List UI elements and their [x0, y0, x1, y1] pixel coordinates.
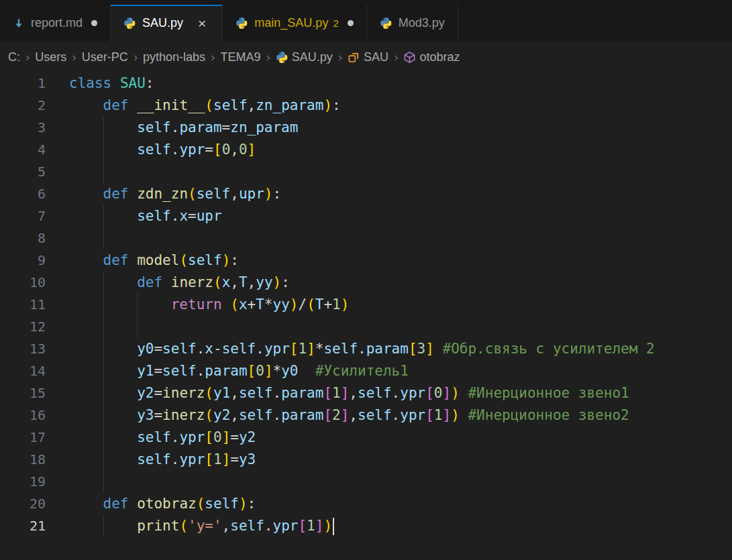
- breadcrumb-label: otobraz: [419, 50, 460, 64]
- tab-report-md[interactable]: report.md: [0, 5, 111, 42]
- close-icon[interactable]: ×: [195, 15, 209, 31]
- code-line-content[interactable]: def otobraz(self):: [69, 493, 732, 515]
- code-line-content[interactable]: def zdn_zn(self,upr):: [69, 183, 732, 205]
- code-line[interactable]: 14 y1=self.param[0]*y0 #Усилитель1: [0, 360, 732, 382]
- code-line-content[interactable]: [69, 227, 732, 249]
- code-token: self: [358, 385, 392, 401]
- code-token: ypr: [179, 429, 205, 445]
- code-token: [434, 341, 443, 357]
- code-line[interactable]: 17 self.ypr[0]=y2: [0, 427, 732, 449]
- code-token: self: [230, 518, 264, 534]
- code-line-content[interactable]: [69, 471, 732, 493]
- code-line[interactable]: 9 def model(self):: [0, 249, 732, 272]
- breadcrumb-item-sau[interactable]: SAU: [346, 50, 390, 64]
- breadcrumb-separator-icon: ›: [338, 50, 342, 64]
- code-line[interactable]: 18 self.ypr[1]=y3: [0, 449, 732, 471]
- code-line[interactable]: 12: [0, 316, 732, 338]
- code-token: [: [425, 385, 434, 401]
- code-line[interactable]: 4 self.ypr=[0,0]: [0, 139, 732, 161]
- code-line[interactable]: 21 print('y=',self.ypr[1]): [0, 515, 732, 537]
- indent-guide: [103, 294, 104, 316]
- breadcrumb-item-users[interactable]: Users: [34, 50, 68, 64]
- code-token: x: [239, 296, 248, 313]
- breadcrumb-item-python-labs[interactable]: python-labs: [142, 50, 207, 64]
- code-line-content[interactable]: class SAU:: [69, 72, 732, 95]
- code-line[interactable]: 20 def otobraz(self):: [0, 493, 732, 515]
- code-token: =: [154, 407, 162, 423]
- code-token: ,: [230, 274, 239, 290]
- code-line[interactable]: 11 return (x+T*yy)/(T+1): [0, 294, 732, 316]
- code-token: zn_param: [230, 119, 298, 135]
- code-token: ): [451, 385, 460, 401]
- code-line[interactable]: 5: [0, 161, 732, 183]
- code-token: __init__: [137, 97, 205, 113]
- code-line-content[interactable]: def inerz(x,T,yy):: [69, 272, 732, 294]
- code-line-content[interactable]: [69, 161, 732, 183]
- code-token: ): [451, 407, 460, 423]
- code-token: ]: [443, 385, 452, 401]
- code-token: self: [162, 363, 197, 379]
- code-token: [298, 363, 315, 379]
- code-line[interactable]: 2 def __init__(self,zn_param):: [0, 95, 732, 117]
- code-token: ): [264, 186, 273, 202]
- code-line[interactable]: 1class SAU:: [0, 72, 732, 95]
- code-line-content[interactable]: y2=inerz(y1,self.param[1],self.ypr[0]) #…: [69, 382, 732, 404]
- code-token: ]: [264, 363, 273, 379]
- breadcrumb-label: SAU: [364, 50, 388, 64]
- breadcrumb-item-c[interactable]: C:: [7, 50, 21, 64]
- code-line[interactable]: 6 def zdn_zn(self,upr):: [0, 183, 732, 205]
- code-line[interactable]: 8: [0, 227, 732, 249]
- indent-guide: [137, 316, 138, 338]
- code-token: upr: [239, 186, 264, 202]
- code-line-content[interactable]: def model(self):: [69, 249, 732, 272]
- code-token: 0: [434, 385, 443, 401]
- tab-main-sau-py[interactable]: main_SAU.py2: [223, 5, 366, 42]
- line-number: 12: [0, 316, 46, 338]
- tab-sau-py[interactable]: SAU.py×: [111, 5, 223, 42]
- code-line-content[interactable]: y0=self.x-self.ypr[1]*self.param[3] #Обр…: [69, 338, 732, 360]
- code-line-content[interactable]: self.x=upr: [69, 205, 732, 227]
- code-line-content[interactable]: y3=inerz(y2,self.param[2],self.ypr[1]) #…: [69, 404, 732, 427]
- code-line[interactable]: 15 y2=inerz(y1,self.param[1],self.ypr[0]…: [0, 382, 732, 404]
- text-cursor: [333, 518, 334, 535]
- code-line-content[interactable]: self.ypr[1]=y3: [69, 449, 732, 471]
- code-line-content[interactable]: [69, 316, 732, 338]
- code-line-content[interactable]: def __init__(self,zn_param):: [69, 95, 732, 117]
- code-token: ,: [230, 186, 239, 202]
- code-line-content[interactable]: y1=self.param[0]*y0 #Усилитель1: [69, 360, 732, 382]
- code-line[interactable]: 16 y3=inerz(y2,self.param[2],self.ypr[1]…: [0, 404, 732, 427]
- code-token: class: [69, 75, 111, 91]
- code-token: 'y=': [188, 518, 222, 534]
- code-line[interactable]: 3 self.param=zn_param: [0, 117, 732, 139]
- code-token: ]: [315, 518, 324, 534]
- code-line[interactable]: 13 y0=self.x-self.ypr[1]*self.param[3] #…: [0, 338, 732, 360]
- breadcrumb-item-otobraz[interactable]: otobraz: [402, 50, 461, 64]
- code-line[interactable]: 19: [0, 471, 732, 493]
- code-token: 0: [222, 142, 231, 158]
- code-token: ,: [248, 97, 256, 113]
- code-token: ): [323, 518, 332, 534]
- code-token: self: [137, 208, 171, 224]
- code-line-content[interactable]: print('y=',self.ypr[1]): [69, 515, 732, 537]
- code-token: #Обр.связь с усилителем 2: [443, 341, 655, 357]
- code-token: ,: [230, 407, 239, 423]
- code-token: -: [213, 341, 222, 357]
- code-line[interactable]: 10 def inerz(x,T,yy):: [0, 272, 732, 294]
- code-line[interactable]: 7 self.x=upr: [0, 205, 732, 227]
- tab-label: Mod3.py: [399, 16, 445, 30]
- code-line-content[interactable]: self.ypr[0]=y2: [69, 427, 732, 449]
- code-token: inerz: [162, 385, 205, 401]
- code-token: (: [307, 296, 315, 313]
- code-line-content[interactable]: self.ypr=[0,0]: [69, 139, 732, 161]
- line-number: 13: [0, 338, 46, 360]
- tab-mod3-py[interactable]: Mod3.py: [367, 5, 458, 42]
- code-line-content[interactable]: self.param=zn_param: [69, 117, 732, 139]
- breadcrumb-item-tema9[interactable]: TEMA9: [219, 50, 262, 64]
- code-token: :: [332, 97, 341, 113]
- code-token: 1: [298, 341, 307, 357]
- breadcrumb-item-sau-py[interactable]: SAU.py: [274, 50, 334, 64]
- code-token: 0: [256, 363, 264, 379]
- code-line-content[interactable]: return (x+T*yy)/(T+1): [69, 294, 732, 316]
- breadcrumb-item-user-pc[interactable]: User-PC: [81, 50, 129, 64]
- python-icon: [236, 17, 248, 30]
